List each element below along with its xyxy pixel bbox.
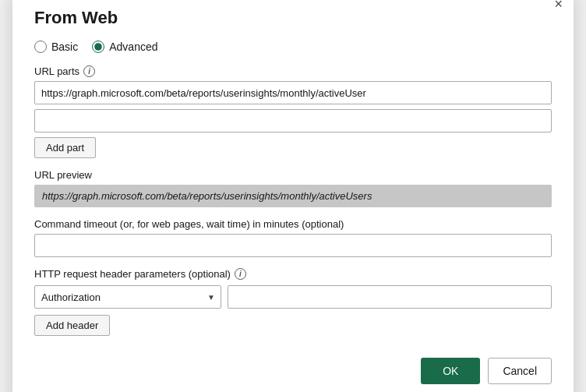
url-parts-info-icon[interactable]: i	[83, 65, 95, 77]
url-parts-input-1[interactable]	[34, 81, 552, 104]
radio-group: Basic Advanced	[34, 41, 552, 53]
radio-advanced[interactable]: Advanced	[92, 41, 157, 53]
dialog-title: From Web	[34, 8, 552, 28]
url-parts-label: URL parts i	[34, 65, 552, 77]
url-preview-box: https://graph.microsoft.com/beta/reports…	[34, 185, 552, 207]
header-select-wrapper: Authorization Content-Type Accept Bearer…	[34, 285, 221, 309]
timeout-label: Command timeout (or, for web pages, wait…	[34, 218, 552, 230]
add-part-button[interactable]: Add part	[34, 137, 96, 158]
add-header-button[interactable]: Add header	[34, 315, 110, 336]
close-button[interactable]: ×	[554, 0, 563, 11]
radio-advanced-label: Advanced	[109, 41, 157, 53]
radio-advanced-input[interactable]	[92, 41, 104, 53]
radio-basic-label: Basic	[51, 41, 78, 53]
cancel-button[interactable]: Cancel	[488, 358, 552, 384]
url-parts-input-2[interactable]	[34, 109, 552, 132]
radio-basic[interactable]: Basic	[34, 41, 78, 53]
http-header-info-icon[interactable]: i	[235, 268, 246, 280]
http-header-label: HTTP request header parameters (optional…	[34, 268, 552, 280]
from-web-dialog: × From Web Basic Advanced URL parts i Ad…	[12, 0, 574, 392]
radio-basic-input[interactable]	[34, 41, 47, 53]
ok-button[interactable]: OK	[421, 358, 480, 384]
header-value-input[interactable]	[228, 285, 552, 309]
timeout-input[interactable]	[34, 234, 552, 257]
header-row: Authorization Content-Type Accept Bearer…	[34, 285, 552, 309]
header-select[interactable]: Authorization Content-Type Accept Bearer	[34, 285, 221, 309]
url-preview-label: URL preview	[34, 169, 552, 181]
dialog-footer: OK Cancel	[34, 358, 552, 384]
